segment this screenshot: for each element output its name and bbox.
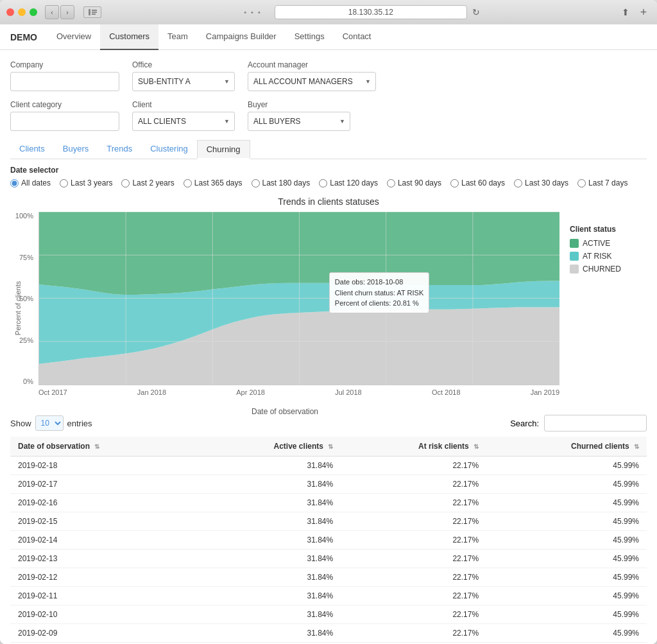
nav-arrows: ‹ ›	[45, 5, 74, 19]
client-category-filter: Client category DEMO CLIENTS	[10, 100, 119, 131]
table-row: 2019-02-11 31.84% 22.17% 45.99%	[10, 587, 647, 605]
entries-label: entries	[67, 419, 92, 428]
cell-churned-1: 45.99%	[486, 475, 647, 494]
radio-last-3-years[interactable]: Last 3 years	[60, 178, 112, 187]
account-manager-filter: Account manager ALL ACCOUNT MANAGERS	[248, 60, 376, 91]
radio-last-90-days[interactable]: Last 90 days	[387, 178, 441, 187]
legend-active-label: ACTIVE	[583, 239, 610, 248]
cell-date-1: 2019-02-17	[10, 475, 197, 494]
app-brand: DEMO	[10, 32, 37, 42]
reader-view-button[interactable]	[83, 6, 101, 18]
cell-at-risk-5: 22.17%	[341, 550, 486, 568]
radio-last-60-days[interactable]: Last 60 days	[450, 178, 505, 187]
account-manager-select[interactable]: ALL ACCOUNT MANAGERS	[248, 72, 376, 91]
buyer-select-wrapper: ALL BUYERS	[248, 112, 350, 131]
chart-plot-area: Date obs: 2018-10-08 Client churn status…	[38, 212, 559, 385]
back-button[interactable]: ‹	[45, 5, 59, 19]
office-select[interactable]: SUB-ENTITY A	[132, 72, 235, 91]
cell-churned-8: 45.99%	[486, 605, 647, 624]
radio-last-180-days[interactable]: Last 180 days	[252, 178, 311, 187]
chart-container: 100% 75% 50% 25% 0% Percent of clients	[10, 212, 647, 405]
col-active[interactable]: Active clients ⇅	[197, 437, 341, 457]
toolbar-right: ⬆ +	[619, 5, 651, 19]
filters-row-2: Client category DEMO CLIENTS Client ALL …	[10, 100, 647, 131]
radio-all-dates[interactable]: All dates	[10, 178, 51, 187]
nav-contact[interactable]: Contact	[334, 24, 380, 50]
cell-churned-9: 45.99%	[486, 624, 647, 643]
reload-button[interactable]: ↻	[472, 7, 480, 17]
cell-churned-3: 45.99%	[486, 512, 647, 531]
minimize-button[interactable]	[18, 8, 26, 16]
table-row: 2019-02-17 31.84% 22.17% 45.99%	[10, 475, 647, 494]
tab-clustering[interactable]: Clustering	[141, 140, 197, 159]
x-tick-jul2018: Jul 2018	[335, 388, 362, 405]
x-tick-oct2017: Oct 2017	[38, 388, 67, 405]
nav-team[interactable]: Team	[158, 24, 197, 50]
cell-churned-4: 45.99%	[486, 531, 647, 550]
radio-last-120-days[interactable]: Last 120 days	[319, 178, 378, 187]
tab-churning[interactable]: Churning	[197, 140, 250, 159]
show-entries: Show 10 25 50 entries	[10, 415, 92, 431]
cell-churned-5: 45.99%	[486, 550, 647, 568]
close-button[interactable]	[6, 8, 14, 16]
sort-at-risk-icon: ⇅	[474, 443, 479, 450]
radio-last-30-days[interactable]: Last 30 days	[514, 178, 568, 187]
sort-active-icon: ⇅	[328, 443, 333, 450]
share-icon[interactable]: ⬆	[619, 5, 633, 19]
radio-last-2-years[interactable]: Last 2 years	[121, 178, 174, 187]
legend-active: ACTIVE	[570, 239, 647, 248]
y-tick-25: 25%	[19, 336, 33, 344]
search-area: Search:	[510, 415, 647, 431]
col-date[interactable]: Date of observation ⇅	[10, 437, 197, 457]
address-bar-area: • • • 18.130.35.12 ↻	[110, 5, 613, 19]
x-tick-oct2018: Oct 2018	[432, 388, 461, 405]
date-radio-group: All dates Last 3 years Last 2 years Last…	[10, 178, 647, 187]
nav-overview[interactable]: Overview	[47, 24, 100, 50]
company-label: Company	[10, 60, 119, 69]
search-input[interactable]	[544, 415, 647, 431]
nav-settings[interactable]: Settings	[286, 24, 334, 50]
sort-churned-icon: ⇅	[634, 443, 639, 450]
client-select[interactable]: ALL CLIENTS	[132, 112, 235, 131]
client-category-input[interactable]: DEMO CLIENTS	[10, 112, 119, 131]
maximize-button[interactable]	[30, 8, 37, 16]
tab-clients[interactable]: Clients	[10, 140, 54, 159]
radio-last-7-days[interactable]: Last 7 days	[577, 178, 627, 187]
radio-last-365-days[interactable]: Last 365 days	[183, 178, 243, 187]
address-bar[interactable]: 18.130.35.12	[275, 5, 467, 19]
table-row: 2019-02-14 31.84% 22.17% 45.99%	[10, 531, 647, 550]
office-label: Office	[132, 60, 235, 69]
cell-date-0: 2019-02-18	[10, 457, 197, 475]
tab-add-icon[interactable]: +	[636, 5, 651, 19]
entries-select[interactable]: 10 25 50	[35, 415, 64, 431]
tab-trends[interactable]: Trends	[98, 140, 141, 159]
forward-button[interactable]: ›	[60, 5, 74, 19]
sort-date-icon: ⇅	[94, 443, 99, 450]
col-at-risk[interactable]: At risk clients ⇅	[341, 437, 486, 457]
nav-campaigns[interactable]: Campaigns Builder	[197, 24, 286, 50]
col-churned[interactable]: Churned clients ⇅	[486, 437, 647, 457]
buyer-label: Buyer	[248, 100, 350, 109]
cell-at-risk-1: 22.17%	[341, 475, 486, 494]
client-select-wrapper: ALL CLIENTS	[132, 112, 235, 131]
content-area: Company DEMO Office SUB-ENTITY A Account…	[0, 50, 657, 644]
nav-customers[interactable]: Customers	[100, 24, 158, 50]
x-tick-jan2019: Jan 2019	[531, 388, 559, 405]
tab-buyers[interactable]: Buyers	[54, 140, 98, 159]
y-tick-75: 75%	[19, 254, 33, 261]
cell-active-0: 31.84%	[197, 457, 341, 475]
table-row: 2019-02-16 31.84% 22.17% 45.99%	[10, 494, 647, 512]
url-text: 18.130.35.12	[348, 8, 393, 17]
company-input[interactable]: DEMO	[10, 72, 119, 91]
table-row: 2019-02-18 31.84% 22.17% 45.99%	[10, 457, 647, 475]
table-body: 2019-02-18 31.84% 22.17% 45.99% 2019-02-…	[10, 457, 647, 643]
table-controls: Show 10 25 50 entries Search:	[10, 415, 647, 431]
client-filter: Client ALL CLIENTS	[132, 100, 235, 131]
buyer-select[interactable]: ALL BUYERS	[248, 112, 350, 131]
cell-at-risk-7: 22.17%	[341, 587, 486, 605]
chart-legend: Client status ACTIVE AT RISK CHURNED	[570, 212, 647, 405]
cell-date-9: 2019-02-09	[10, 624, 197, 643]
y-tick-0: 0%	[23, 378, 33, 385]
cell-active-9: 31.84%	[197, 624, 341, 643]
legend-at-risk-label: AT RISK	[583, 252, 612, 261]
